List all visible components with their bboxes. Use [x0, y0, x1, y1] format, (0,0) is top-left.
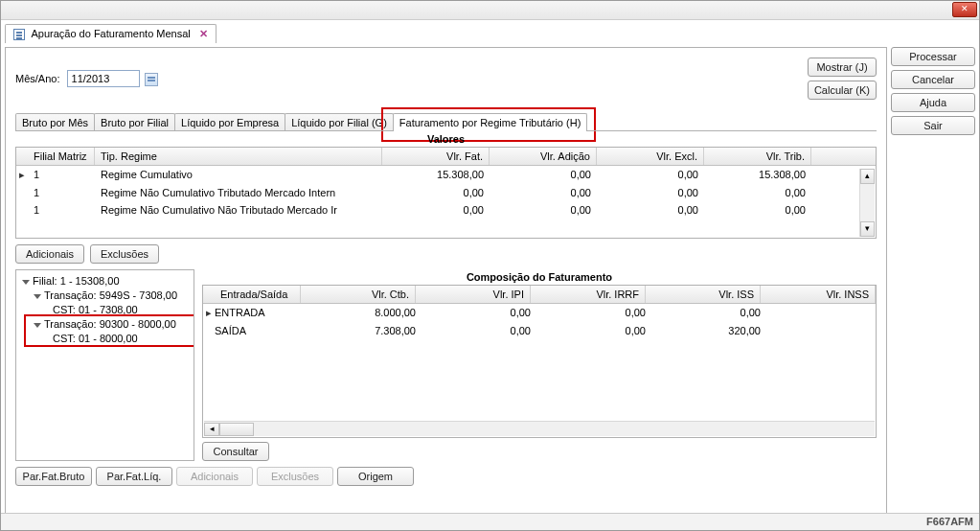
- adicionais-button[interactable]: Adicionais: [15, 244, 84, 264]
- cell-es: ENTRADA: [215, 307, 301, 319]
- cell-trib: 0,00: [704, 187, 811, 198]
- col-vlr-fat[interactable]: Vlr. Fat.: [382, 148, 490, 165]
- vertical-scrollbar[interactable]: ▴ ▾: [859, 169, 875, 237]
- col-entrada-saida[interactable]: Entrada/Saída: [215, 286, 301, 303]
- valores-grid: Filial Matriz Tip. Regime Vlr. Fat. Vlr.…: [15, 147, 877, 239]
- tab-liquido-filial[interactable]: Líquido por Filial (G): [285, 113, 394, 131]
- bottom-bar: Par.Fat.Bruto Par.Fat.Líq. Adicionais Ex…: [15, 467, 877, 486]
- window-close-button[interactable]: ✕: [952, 2, 977, 17]
- cell-adicao: 0,00: [490, 187, 597, 198]
- cell-inss: [761, 307, 876, 319]
- main-panel: Mês/Ano: Mostrar (J) Calcular (K) Bruto …: [5, 47, 887, 526]
- cell-excl: 0,00: [597, 187, 704, 198]
- cell-ipi: 0,00: [416, 325, 531, 336]
- sair-button[interactable]: Sair: [891, 116, 975, 135]
- cell-regime: Regime Não Cumulativo Tributado Mercado …: [95, 187, 382, 198]
- consultar-button[interactable]: Consultar: [202, 442, 269, 461]
- mes-ano-input[interactable]: [67, 70, 140, 87]
- mostrar-button[interactable]: Mostrar (J): [808, 58, 877, 77]
- col-filial-matriz[interactable]: Filial Matriz: [28, 148, 95, 165]
- cell-irrf: 0,00: [531, 307, 646, 319]
- composicao-title: Composição do Faturamento: [202, 269, 877, 285]
- cell-es: SAÍDA: [215, 325, 301, 336]
- exclusoes-button[interactable]: Exclusões: [90, 244, 159, 264]
- valores-grid-header: Filial Matriz Tip. Regime Vlr. Fat. Vlr.…: [16, 148, 876, 166]
- exclusoes-bottom-button: Exclusões: [257, 467, 333, 486]
- ajuda-button[interactable]: Ajuda: [891, 93, 975, 112]
- composicao-pane: Composição do Faturamento Entrada/Saída …: [202, 269, 877, 461]
- caret-icon: [34, 294, 41, 299]
- status-code: F667AFM: [926, 516, 973, 527]
- cell-adicao: 0,00: [490, 169, 597, 181]
- composicao-grid-header: Entrada/Saída Vlr. Ctb. Vlr. IPI Vlr. IR…: [203, 286, 876, 304]
- tab-faturamento-regime[interactable]: Faturamento por Regime Tributário (H): [393, 113, 588, 131]
- cell-filial: 1: [28, 187, 95, 198]
- table-row[interactable]: SAÍDA 7.308,00 0,00 0,00 320,00: [203, 322, 876, 339]
- lower-area: Filial: 1 - 15308,00 Transação: 5949S - …: [15, 269, 877, 461]
- document-icon: [13, 29, 25, 40]
- scroll-left-icon[interactable]: ◂: [204, 423, 219, 436]
- cell-trib: 0,00: [704, 204, 811, 216]
- col-vlr-iss[interactable]: Vlr. ISS: [646, 286, 761, 303]
- mes-ano-field: Mês/Ano:: [15, 70, 158, 87]
- cancelar-button[interactable]: Cancelar: [891, 70, 975, 89]
- cell-inss: [761, 325, 876, 336]
- par-fat-bruto-button[interactable]: Par.Fat.Bruto: [15, 467, 92, 486]
- document-tabstrip: Apuração do Faturamento Mensal ✕: [1, 20, 979, 43]
- cell-excl: 0,00: [597, 204, 704, 216]
- processar-button[interactable]: Processar: [891, 47, 975, 66]
- cell-ctb: 7.308,00: [301, 325, 416, 336]
- calcular-button[interactable]: Calcular (K): [808, 81, 877, 100]
- cell-regime: Regime Cumulativo: [95, 169, 382, 181]
- origem-button[interactable]: Origem: [337, 467, 414, 486]
- cell-adicao: 0,00: [490, 204, 597, 216]
- col-vlr-ctb[interactable]: Vlr. Ctb.: [301, 286, 416, 303]
- scroll-up-icon[interactable]: ▴: [860, 169, 875, 184]
- cell-irrf: 0,00: [531, 325, 646, 336]
- col-vlr-inss[interactable]: Vlr. INSS: [761, 286, 876, 303]
- row-indicator-icon: ▸: [203, 307, 215, 319]
- scroll-thumb[interactable]: [219, 423, 254, 436]
- col-vlr-irrf[interactable]: Vlr. IRRF: [531, 286, 646, 303]
- tree-node-transacao-2[interactable]: Transação: 90300 - 8000,00: [22, 317, 188, 332]
- caret-icon: [22, 280, 30, 285]
- table-row[interactable]: 1 Regime Não Cumulativo Não Tributado Me…: [16, 201, 876, 219]
- scroll-down-icon[interactable]: ▾: [860, 221, 875, 237]
- composicao-grid: Entrada/Saída Vlr. Ctb. Vlr. IPI Vlr. IR…: [202, 285, 877, 438]
- cell-fat: 0,00: [382, 204, 490, 216]
- tab-close-icon[interactable]: ✕: [199, 28, 208, 39]
- side-panel: Processar Cancelar Ajuda Sair: [891, 47, 975, 526]
- cell-trib: 15.308,00: [704, 169, 811, 181]
- horizontal-scrollbar[interactable]: ◂: [204, 421, 875, 436]
- col-tip-regime[interactable]: Tip. Regime: [95, 148, 382, 165]
- work-area: Mês/Ano: Mostrar (J) Calcular (K) Bruto …: [1, 43, 979, 530]
- cell-regime: Regime Não Cumulativo Não Tributado Merc…: [95, 204, 382, 216]
- status-bar: F667AFM: [1, 513, 979, 530]
- valores-label: Valores: [15, 130, 877, 145]
- document-tab[interactable]: Apuração do Faturamento Mensal ✕: [5, 24, 217, 43]
- valores-grid-rows: ▸ 1 Regime Cumulativo 15.308,00 0,00 0,0…: [16, 166, 876, 219]
- titlebar: ✕: [1, 1, 979, 20]
- col-vlr-excl[interactable]: Vlr. Excl.: [597, 148, 704, 165]
- par-fat-liq-button[interactable]: Par.Fat.Líq.: [96, 467, 172, 486]
- tree-node-filial[interactable]: Filial: 1 - 15308,00: [22, 274, 188, 289]
- col-vlr-trib[interactable]: Vlr. Trib.: [704, 148, 811, 165]
- table-row[interactable]: ▸ 1 Regime Cumulativo 15.308,00 0,00 0,0…: [16, 166, 876, 184]
- col-vlr-adicao[interactable]: Vlr. Adição: [490, 148, 597, 165]
- inner-tabs: Bruto por Mês Bruto por Filial Líquido p…: [15, 113, 877, 131]
- tree-pane: Filial: 1 - 15308,00 Transação: 5949S - …: [15, 269, 194, 461]
- date-picker-icon[interactable]: [145, 73, 158, 86]
- table-row[interactable]: ▸ ENTRADA 8.000,00 0,00 0,00 0,00: [203, 304, 876, 322]
- tab-liquido-empresa[interactable]: Líquido por Empresa: [174, 113, 285, 131]
- col-vlr-ipi[interactable]: Vlr. IPI: [416, 286, 531, 303]
- adicionais-bottom-button: Adicionais: [176, 467, 253, 486]
- composicao-rows: ▸ ENTRADA 8.000,00 0,00 0,00 0,00 SAÍDA: [203, 304, 876, 339]
- tab-bruto-filial[interactable]: Bruto por Filial: [94, 113, 175, 131]
- tree-node-transacao-1[interactable]: Transação: 5949S - 7308,00: [22, 289, 188, 303]
- mid-buttons: Adicionais Exclusões: [15, 244, 877, 264]
- table-row[interactable]: 1 Regime Não Cumulativo Tributado Mercad…: [16, 184, 876, 201]
- tree-node-cst-1[interactable]: CST: 01 - 7308,00: [22, 303, 188, 317]
- tree-node-cst-2[interactable]: CST: 01 - 8000,00: [22, 332, 188, 346]
- top-row: Mês/Ano: Mostrar (J) Calcular (K): [15, 58, 877, 100]
- tab-bruto-mes[interactable]: Bruto por Mês: [15, 113, 95, 131]
